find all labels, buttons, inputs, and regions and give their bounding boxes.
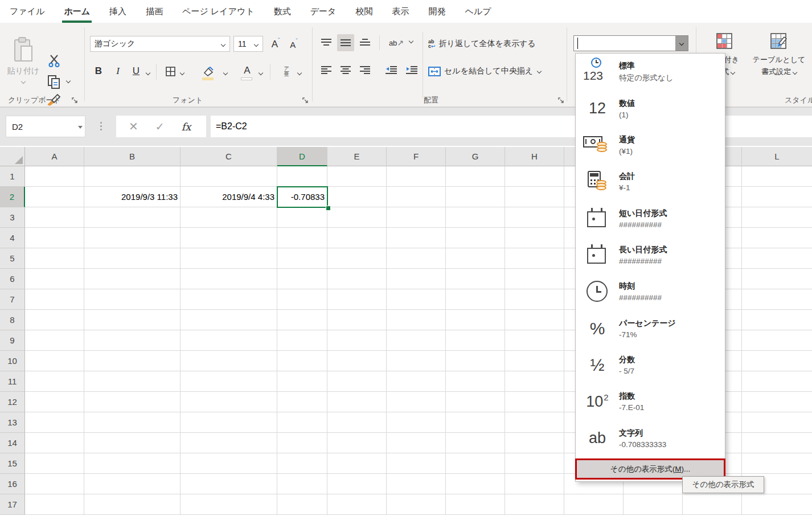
- cell-B11[interactable]: [84, 371, 181, 392]
- cell-E8[interactable]: [327, 310, 387, 330]
- format-option-time[interactable]: 時刻##########: [576, 273, 725, 310]
- tab-view[interactable]: 表示: [382, 0, 419, 23]
- cell-A13[interactable]: [25, 412, 84, 433]
- cell-G6[interactable]: [446, 269, 505, 289]
- cell-G4[interactable]: [446, 228, 505, 248]
- format-option-fraction[interactable]: ½分数- 5/7: [576, 347, 725, 383]
- cell-C1[interactable]: [181, 166, 277, 187]
- cell-B13[interactable]: [84, 412, 181, 433]
- tab-formulas[interactable]: 数式: [264, 0, 301, 23]
- format-option-long-date[interactable]: 長い日付形式##########: [576, 237, 725, 273]
- bold-button[interactable]: B: [91, 63, 106, 80]
- cell-B17[interactable]: [84, 494, 181, 515]
- cell-F6[interactable]: [387, 269, 446, 289]
- cell-H13[interactable]: [505, 412, 564, 433]
- tab-file[interactable]: ファイル: [0, 0, 54, 23]
- cancel-icon[interactable]: ✕: [129, 120, 138, 133]
- orientation-chevron-icon[interactable]: [408, 38, 415, 44]
- cell-L13[interactable]: [742, 412, 812, 433]
- column-header-H[interactable]: H: [505, 147, 564, 166]
- cell-A11[interactable]: [25, 371, 84, 392]
- cell-D3[interactable]: [277, 207, 327, 228]
- tab-insert[interactable]: 挿入: [100, 0, 136, 23]
- enter-icon[interactable]: ✓: [155, 120, 165, 133]
- cell-D4[interactable]: [277, 228, 327, 248]
- cell-F14[interactable]: [387, 433, 446, 453]
- cell-L7[interactable]: [742, 289, 812, 310]
- cell-D16[interactable]: [277, 474, 327, 494]
- row-header-17[interactable]: 17: [0, 494, 25, 515]
- cell-F3[interactable]: [387, 207, 446, 228]
- cell-C14[interactable]: [181, 433, 277, 453]
- paste-dropdown-chevron-icon[interactable]: [21, 79, 26, 84]
- insert-function-icon[interactable]: fx: [182, 121, 191, 133]
- cell-A12[interactable]: [25, 392, 84, 412]
- tab-home[interactable]: ホーム: [54, 0, 100, 23]
- font-color-button[interactable]: A: [239, 62, 255, 80]
- cell-B15[interactable]: [84, 453, 181, 474]
- cell-E7[interactable]: [327, 289, 387, 310]
- cell-E14[interactable]: [327, 433, 387, 453]
- cell-A14[interactable]: [25, 433, 84, 453]
- cell-F17[interactable]: [387, 494, 446, 515]
- cell-B16[interactable]: [84, 474, 181, 494]
- font-size-chevron-icon[interactable]: [254, 42, 259, 47]
- cell-C9[interactable]: [181, 330, 277, 351]
- cell-C10[interactable]: [181, 351, 277, 371]
- merge-chevron-icon[interactable]: [537, 69, 542, 73]
- cell-B1[interactable]: [84, 166, 181, 187]
- column-header-L[interactable]: L: [742, 147, 812, 166]
- cell-B8[interactable]: [84, 310, 181, 330]
- cell-H17[interactable]: [505, 494, 564, 515]
- underline-dropdown-chevron-icon[interactable]: [145, 69, 151, 76]
- cell-F12[interactable]: [387, 392, 446, 412]
- row-header-10[interactable]: 10: [0, 351, 25, 371]
- cell-F5[interactable]: [387, 248, 446, 269]
- cell-G5[interactable]: [446, 248, 505, 269]
- cell-H12[interactable]: [505, 392, 564, 412]
- cell-A15[interactable]: [25, 453, 84, 474]
- cell-F1[interactable]: [387, 166, 446, 187]
- cell-G10[interactable]: [446, 351, 505, 371]
- cell-B6[interactable]: [84, 269, 181, 289]
- cell-L1[interactable]: [742, 166, 812, 187]
- row-header-13[interactable]: 13: [0, 412, 25, 433]
- cell-F11[interactable]: [387, 371, 446, 392]
- row-header-3[interactable]: 3: [0, 207, 25, 228]
- cell-L10[interactable]: [742, 351, 812, 371]
- tab-review[interactable]: 校閲: [346, 0, 382, 23]
- cell-B2[interactable]: 2019/9/3 11:33: [84, 187, 181, 207]
- cell-L14[interactable]: [742, 433, 812, 453]
- fill-handle[interactable]: [326, 206, 331, 211]
- font-name-combo[interactable]: 游ゴシック: [90, 36, 230, 52]
- row-header-8[interactable]: 8: [0, 310, 25, 330]
- cell-C7[interactable]: [181, 289, 277, 310]
- cell-C16[interactable]: [181, 474, 277, 494]
- align-top-button[interactable]: [318, 34, 335, 51]
- format-option-percentage[interactable]: %パーセンテージ-71%: [576, 310, 725, 346]
- shrink-font-button[interactable]: Aˇ: [286, 37, 302, 52]
- number-format-dropdown-button[interactable]: [675, 36, 688, 51]
- cell-L15[interactable]: [742, 453, 812, 474]
- cell-D14[interactable]: [277, 433, 327, 453]
- cell-A5[interactable]: [25, 248, 84, 269]
- cell-H15[interactable]: [505, 453, 564, 474]
- cell-F2[interactable]: [387, 187, 446, 207]
- format-option-currency[interactable]: 通貨(¥1): [576, 127, 725, 163]
- row-header-9[interactable]: 9: [0, 330, 25, 351]
- cell-G3[interactable]: [446, 207, 505, 228]
- cell-A8[interactable]: [25, 310, 84, 330]
- tab-page-layout[interactable]: ページ レイアウト: [173, 0, 264, 23]
- cell-A6[interactable]: [25, 269, 84, 289]
- cell-E17[interactable]: [327, 494, 387, 515]
- cell-L4[interactable]: [742, 228, 812, 248]
- cell-F10[interactable]: [387, 351, 446, 371]
- cell-E4[interactable]: [327, 228, 387, 248]
- cell-G17[interactable]: [446, 494, 505, 515]
- cell-H4[interactable]: [505, 228, 564, 248]
- cell-D11[interactable]: [277, 371, 327, 392]
- formula-bar-handle[interactable]: [100, 122, 102, 124]
- wrap-text-button[interactable]: abc↩ 折り返して全体を表示する: [428, 35, 557, 52]
- column-header-B[interactable]: B: [84, 147, 181, 166]
- cell-B14[interactable]: [84, 433, 181, 453]
